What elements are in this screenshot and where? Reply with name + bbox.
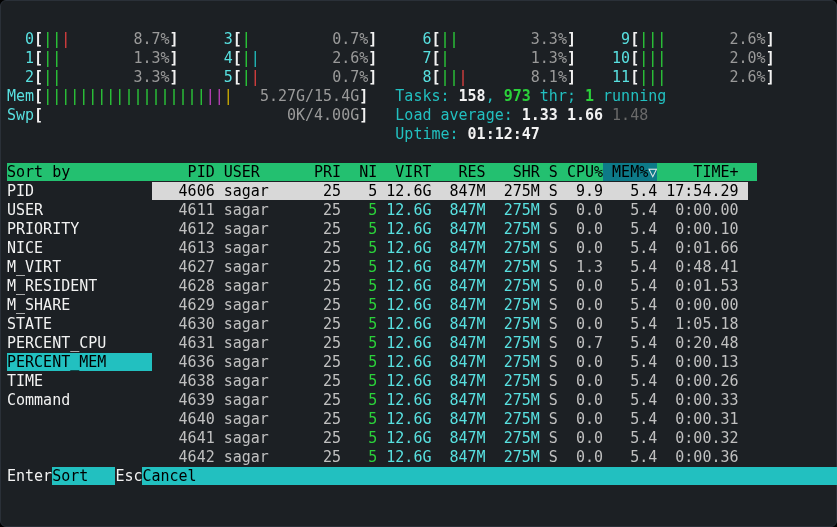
cpu-10-label: 10 <box>603 49 630 67</box>
sort-option-percent_mem[interactable]: PERCENT_MEM <box>7 353 152 371</box>
action-cancel[interactable]: Cancel <box>142 467 837 485</box>
process-row[interactable]: 4636 sagar 25 5 12.6G 847M 275M S 0.0 5.… <box>152 353 748 371</box>
col-pid[interactable]: PID <box>152 163 215 181</box>
cpu-2-label: 2 <box>7 68 34 86</box>
sort-option-time[interactable]: TIME <box>7 372 152 390</box>
cpu-0-label: 0 <box>7 30 34 48</box>
load-1: 1.33 <box>522 106 558 124</box>
sort-option-nice[interactable]: NICE <box>7 239 152 257</box>
process-row[interactable]: 4630 sagar 25 5 12.6G 847M 275M S 0.0 5.… <box>152 315 748 333</box>
col-virt[interactable]: VIRT <box>377 163 431 181</box>
load-15: 1.48 <box>612 106 648 124</box>
process-row[interactable]: 4638 sagar 25 5 12.6G 847M 275M S 0.0 5.… <box>152 372 748 390</box>
col-user[interactable]: USER <box>215 163 296 181</box>
sort-option-m_resident[interactable]: M_RESIDENT <box>7 277 152 295</box>
tasks-running: 1 <box>585 87 594 105</box>
mem-text: 5.27G/15.4G <box>260 87 359 105</box>
process-row[interactable]: 4641 sagar 25 5 12.6G 847M 275M S 0.0 5.… <box>152 429 748 447</box>
tasks-label: Tasks: <box>395 87 458 105</box>
cpu-11-label: 11 <box>603 68 630 86</box>
sort-option-pid[interactable]: PID <box>7 182 152 200</box>
sort-indicator: ▽ <box>648 163 657 181</box>
cpu-8-pct: 8.1% <box>531 68 567 86</box>
cpu-7-pct: 1.3% <box>531 49 567 67</box>
tasks-procs: 158 <box>459 87 486 105</box>
load-5: 1.66 <box>567 106 603 124</box>
cpu-meter-row: 0[||| 8.7%] 3[| 0.7%] 6[|| 3.3%] 9[||| 2… <box>7 30 775 48</box>
load-label: Load average: <box>395 106 521 124</box>
mem-label: Mem <box>7 87 34 105</box>
cpu-4-label: 4 <box>206 49 233 67</box>
process-row[interactable]: 4627 sagar 25 5 12.6G 847M 275M S 1.3 5.… <box>152 258 748 276</box>
cpu-5-label: 5 <box>206 68 233 86</box>
sort-option-user[interactable]: USER <box>7 201 152 219</box>
col-res[interactable]: RES <box>431 163 485 181</box>
sort-option-m_virt[interactable]: M_VIRT <box>7 258 152 276</box>
process-row[interactable]: 4613 sagar 25 5 12.6G 847M 275M S 0.0 5.… <box>152 239 748 257</box>
col-cpupct[interactable]: CPU% <box>558 163 603 181</box>
key-enter[interactable]: Enter <box>7 467 52 485</box>
cpu-10-pct: 2.0% <box>730 49 766 67</box>
sort-panel-title: Sort by <box>7 163 152 181</box>
cpu-4-pct: 2.6% <box>332 49 368 67</box>
cpu-7-label: 7 <box>404 49 431 67</box>
cpu-2-pct: 3.3% <box>133 68 169 86</box>
tasks-threads: 973 <box>504 87 531 105</box>
sort-option-command[interactable]: Command <box>7 391 152 409</box>
process-row[interactable]: 4642 sagar 25 5 12.6G 847M 275M S 0.0 5.… <box>152 448 748 466</box>
cpu-9-label: 9 <box>603 30 630 48</box>
sort-option-percent_cpu[interactable]: PERCENT_CPU <box>7 334 152 352</box>
cpu-6-pct: 3.3% <box>531 30 567 48</box>
process-row[interactable]: 4612 sagar 25 5 12.6G 847M 275M S 0.0 5.… <box>152 220 748 238</box>
process-row[interactable]: 4606 sagar 25 5 12.6G 847M 275M S 9.9 5.… <box>152 182 748 200</box>
cpu-meter-row: 2[|| 3.3%] 5[|| 0.7%] 8[||| 8.1%] 11[|||… <box>7 68 775 86</box>
cpu-3-label: 3 <box>206 30 233 48</box>
process-row[interactable]: 4628 sagar 25 5 12.6G 847M 275M S 0.0 5.… <box>152 277 748 295</box>
key-esc[interactable]: Esc <box>115 467 142 485</box>
swp-text: 0K/4.00G <box>287 106 359 124</box>
sort-option-m_share[interactable]: M_SHARE <box>7 296 152 314</box>
process-row[interactable]: 4639 sagar 25 5 12.6G 847M 275M S 0.0 5.… <box>152 391 748 409</box>
col-mem[interactable]: MEM%▽ <box>603 163 657 181</box>
sort-option-state[interactable]: STATE <box>7 315 152 333</box>
process-row[interactable]: 4629 sagar 25 5 12.6G 847M 275M S 0.0 5.… <box>152 296 748 314</box>
cpu-11-pct: 2.6% <box>730 68 766 86</box>
cpu-1-label: 1 <box>7 49 34 67</box>
process-row[interactable]: 4640 sagar 25 5 12.6G 847M 275M S 0.0 5.… <box>152 410 748 428</box>
cpu-3-pct: 0.7% <box>332 30 368 48</box>
process-row[interactable]: 4631 sagar 25 5 12.6G 847M 275M S 0.7 5.… <box>152 334 748 352</box>
cpu-9-pct: 2.6% <box>730 30 766 48</box>
uptime-value: 01:12:47 <box>468 125 540 143</box>
cpu-6-label: 6 <box>404 30 431 48</box>
cpu-8-label: 8 <box>404 68 431 86</box>
uptime-label: Uptime: <box>395 125 467 143</box>
cpu-5-pct: 0.7% <box>332 68 368 86</box>
action-sort[interactable]: Sort <box>52 467 115 485</box>
swp-label: Swp <box>7 106 34 124</box>
col-pri[interactable]: PRI <box>296 163 341 181</box>
col-s[interactable]: S <box>540 163 558 181</box>
col-time[interactable]: TIME+ <box>657 163 738 181</box>
col-ni[interactable]: NI <box>341 163 377 181</box>
cpu-0-pct: 8.7% <box>133 30 169 48</box>
col-shr[interactable]: SHR <box>486 163 540 181</box>
sort-option-priority[interactable]: PRIORITY <box>7 220 152 238</box>
cpu-1-pct: 1.3% <box>133 49 169 67</box>
cpu-meter-row: 1[|| 1.3%] 4[|| 2.6%] 7[| 1.3%] 10[||| 2… <box>7 49 775 67</box>
process-row[interactable]: 4611 sagar 25 5 12.6G 847M 275M S 0.0 5.… <box>152 201 748 219</box>
